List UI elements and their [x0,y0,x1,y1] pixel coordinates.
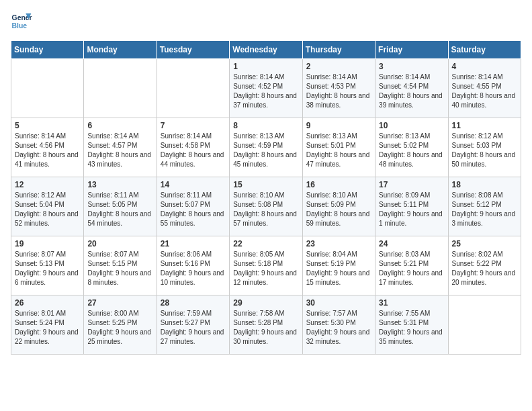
calendar-cell: 24Sunrise: 8:03 AM Sunset: 5:21 PM Dayli… [375,236,448,295]
day-number: 10 [379,121,444,130]
day-number: 26 [15,298,80,308]
cell-content: Sunrise: 8:06 AM Sunset: 5:16 PM Dayligh… [161,250,226,287]
cell-content: Sunrise: 8:11 AM Sunset: 5:07 PM Dayligh… [161,191,226,228]
calendar-cell [11,59,84,118]
day-number: 30 [306,298,371,308]
calendar-cell: 25Sunrise: 8:02 AM Sunset: 5:22 PM Dayli… [448,236,521,295]
day-number: 31 [379,298,444,308]
calendar-cell: 20Sunrise: 8:07 AM Sunset: 5:15 PM Dayli… [84,236,157,295]
logo: GeneralBlue [11,11,32,32]
day-number: 12 [15,180,80,189]
day-number: 22 [233,239,298,248]
calendar-cell: 16Sunrise: 8:10 AM Sunset: 5:09 PM Dayli… [302,177,375,236]
week-row-5: 26Sunrise: 8:01 AM Sunset: 5:24 PM Dayli… [11,295,521,355]
cell-content: Sunrise: 8:12 AM Sunset: 5:03 PM Dayligh… [452,132,517,169]
calendar-cell: 30Sunrise: 7:57 AM Sunset: 5:30 PM Dayli… [302,295,375,355]
cell-content: Sunrise: 8:03 AM Sunset: 5:21 PM Dayligh… [379,250,444,287]
calendar-cell: 10Sunrise: 8:13 AM Sunset: 5:02 PM Dayli… [375,118,448,177]
day-number: 19 [15,239,80,248]
calendar-cell: 27Sunrise: 8:00 AM Sunset: 5:25 PM Dayli… [84,295,157,355]
day-number: 8 [233,121,298,130]
day-number: 25 [452,239,517,248]
cell-content: Sunrise: 7:57 AM Sunset: 5:30 PM Dayligh… [306,309,371,347]
week-row-1: 1Sunrise: 8:14 AM Sunset: 4:52 PM Daylig… [11,59,521,118]
calendar-cell: 14Sunrise: 8:11 AM Sunset: 5:07 PM Dayli… [157,177,229,236]
cell-content: Sunrise: 8:09 AM Sunset: 5:11 PM Dayligh… [379,191,444,228]
day-number: 3 [379,62,444,71]
calendar-cell: 28Sunrise: 7:59 AM Sunset: 5:27 PM Dayli… [157,295,229,355]
logo-icon: GeneralBlue [11,11,32,32]
calendar-cell: 7Sunrise: 8:14 AM Sunset: 4:58 PM Daylig… [157,118,229,177]
cell-content: Sunrise: 8:14 AM Sunset: 4:57 PM Dayligh… [87,132,152,169]
cell-content: Sunrise: 8:05 AM Sunset: 5:18 PM Dayligh… [233,250,298,287]
cell-content: Sunrise: 8:13 AM Sunset: 5:01 PM Dayligh… [306,132,371,169]
calendar-cell: 22Sunrise: 8:05 AM Sunset: 5:18 PM Dayli… [230,236,302,295]
cell-content: Sunrise: 8:14 AM Sunset: 4:58 PM Dayligh… [161,132,226,169]
day-number: 7 [161,121,226,130]
calendar-cell: 15Sunrise: 8:10 AM Sunset: 5:08 PM Dayli… [230,177,302,236]
day-number: 28 [161,298,226,308]
week-row-4: 19Sunrise: 8:07 AM Sunset: 5:13 PM Dayli… [11,236,521,295]
calendar-cell: 18Sunrise: 8:08 AM Sunset: 5:12 PM Dayli… [448,177,521,236]
weekday-header-thursday: Thursday [302,41,375,59]
day-number: 29 [233,298,298,308]
calendar-cell: 4Sunrise: 8:14 AM Sunset: 4:55 PM Daylig… [448,59,521,118]
cell-content: Sunrise: 8:07 AM Sunset: 5:15 PM Dayligh… [87,250,152,287]
weekday-header-tuesday: Tuesday [157,41,229,59]
cell-content: Sunrise: 8:11 AM Sunset: 5:05 PM Dayligh… [87,191,152,228]
cell-content: Sunrise: 8:07 AM Sunset: 5:13 PM Dayligh… [15,250,80,287]
cell-content: Sunrise: 7:58 AM Sunset: 5:28 PM Dayligh… [233,309,298,347]
day-number: 15 [233,180,298,189]
svg-text:Blue: Blue [12,22,28,30]
day-number: 20 [87,239,152,248]
cell-content: Sunrise: 8:13 AM Sunset: 5:02 PM Dayligh… [379,132,444,169]
cell-content: Sunrise: 8:14 AM Sunset: 4:55 PM Dayligh… [452,73,517,110]
cell-content: Sunrise: 8:14 AM Sunset: 4:52 PM Dayligh… [233,73,298,110]
calendar-cell: 26Sunrise: 8:01 AM Sunset: 5:24 PM Dayli… [11,295,84,355]
calendar-cell: 23Sunrise: 8:04 AM Sunset: 5:19 PM Dayli… [302,236,375,295]
day-number: 4 [452,62,517,71]
day-number: 9 [306,121,371,130]
cell-content: Sunrise: 8:00 AM Sunset: 5:25 PM Dayligh… [87,309,152,347]
weekday-header-sunday: Sunday [11,41,84,59]
calendar-cell: 12Sunrise: 8:12 AM Sunset: 5:04 PM Dayli… [11,177,84,236]
day-number: 24 [379,239,444,248]
day-number: 13 [87,180,152,189]
calendar-cell [157,59,229,118]
day-number: 21 [161,239,226,248]
calendar-cell: 5Sunrise: 8:14 AM Sunset: 4:56 PM Daylig… [11,118,84,177]
weekday-header-row: SundayMondayTuesdayWednesdayThursdayFrid… [11,41,521,59]
day-number: 17 [379,180,444,189]
cell-content: Sunrise: 8:14 AM Sunset: 4:53 PM Dayligh… [306,73,371,110]
cell-content: Sunrise: 8:13 AM Sunset: 4:59 PM Dayligh… [233,132,298,169]
calendar-cell: 1Sunrise: 8:14 AM Sunset: 4:52 PM Daylig… [230,59,302,118]
calendar-cell [448,295,521,355]
day-number: 2 [306,62,371,71]
cell-content: Sunrise: 8:10 AM Sunset: 5:09 PM Dayligh… [306,191,371,228]
cell-content: Sunrise: 8:01 AM Sunset: 5:24 PM Dayligh… [15,309,80,347]
calendar-cell: 17Sunrise: 8:09 AM Sunset: 5:11 PM Dayli… [375,177,448,236]
cell-content: Sunrise: 8:12 AM Sunset: 5:04 PM Dayligh… [15,191,80,228]
day-number: 5 [15,121,80,130]
day-number: 11 [452,121,517,130]
calendar-cell: 6Sunrise: 8:14 AM Sunset: 4:57 PM Daylig… [84,118,157,177]
calendar-cell: 3Sunrise: 8:14 AM Sunset: 4:54 PM Daylig… [375,59,448,118]
calendar-cell: 13Sunrise: 8:11 AM Sunset: 5:05 PM Dayli… [84,177,157,236]
weekday-header-monday: Monday [84,41,157,59]
cell-content: Sunrise: 8:10 AM Sunset: 5:08 PM Dayligh… [233,191,298,228]
page-header: GeneralBlue [11,11,521,32]
calendar-cell: 21Sunrise: 8:06 AM Sunset: 5:16 PM Dayli… [157,236,229,295]
weekday-header-friday: Friday [375,41,448,59]
cell-content: Sunrise: 8:14 AM Sunset: 4:56 PM Dayligh… [15,132,80,169]
day-number: 16 [306,180,371,189]
calendar-cell: 29Sunrise: 7:58 AM Sunset: 5:28 PM Dayli… [230,295,302,355]
calendar-cell: 2Sunrise: 8:14 AM Sunset: 4:53 PM Daylig… [302,59,375,118]
cell-content: Sunrise: 8:02 AM Sunset: 5:22 PM Dayligh… [452,250,517,287]
day-number: 14 [161,180,226,189]
weekday-header-wednesday: Wednesday [230,41,302,59]
calendar-cell: 19Sunrise: 8:07 AM Sunset: 5:13 PM Dayli… [11,236,84,295]
cell-content: Sunrise: 7:55 AM Sunset: 5:31 PM Dayligh… [379,309,444,347]
calendar-cell: 31Sunrise: 7:55 AM Sunset: 5:31 PM Dayli… [375,295,448,355]
day-number: 18 [452,180,517,189]
calendar-cell: 9Sunrise: 8:13 AM Sunset: 5:01 PM Daylig… [302,118,375,177]
